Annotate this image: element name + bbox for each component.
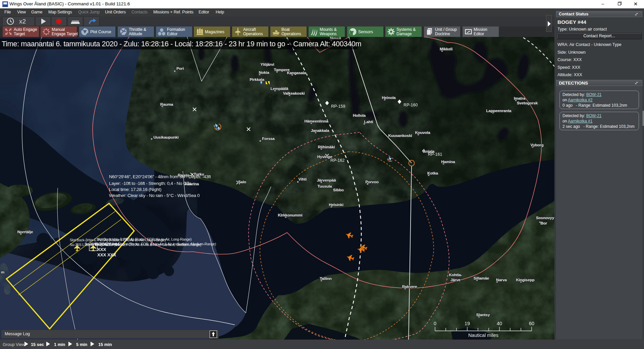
svg-text:19: 19 — [465, 321, 470, 326]
svg-text:Slot Back Irbis-E PESA) (Radar: Slot Back Irbis-E PESA) (Radar, FCR, Air… — [97, 237, 192, 241]
svg-text:Time: maanantai 6. tammikuuta: Time: maanantai 6. tammikuuta 2020 - Zul… — [2, 40, 361, 48]
svg-text:RP-161: RP-161 — [428, 152, 442, 157]
svg-text:Hollola: Hollola — [353, 113, 366, 118]
svg-text:Svetogorsk: Svetogorsk — [517, 101, 538, 105]
svg-text:Heinola: Heinola — [382, 95, 396, 100]
svg-text:RP-159: RP-159 — [331, 104, 345, 109]
svg-text:Valkeakoski: Valkeakoski — [283, 91, 305, 96]
svg-text:Pori: Pori — [176, 66, 184, 71]
svg-text:Lempäälä: Lempäälä — [271, 86, 288, 91]
svg-text:Kotka: Kotka — [427, 171, 438, 176]
svg-text:Sibbo: Sibbo — [333, 188, 344, 192]
svg-text:Mikkeli: Mikkeli — [440, 47, 452, 51]
svg-text:Imatra: Imatra — [514, 96, 526, 101]
svg-text:Kangasala: Kangasala — [287, 70, 306, 75]
svg-text:Hamina: Hamina — [441, 159, 455, 164]
svg-text:BOGEY #44: BOGEY #44 — [95, 242, 120, 247]
svg-text:Kuusankoski: Kuusankoski — [388, 133, 412, 138]
svg-text:Porvoo: Porvoo — [365, 180, 378, 184]
svg-text:0: 0 — [434, 321, 436, 326]
svg-text:Hämeenlinna: Hämeenlinna — [304, 119, 328, 123]
svg-text:Vihti: Vihti — [299, 177, 307, 182]
svg-text:Weather: Clear sky - No rain -: Weather: Clear sky - No rain - 5°C - Win… — [109, 193, 200, 198]
svg-text:Bor: Bor — [540, 221, 547, 226]
svg-text:Nokia: Nokia — [259, 70, 269, 75]
svg-text:Lappeenranta: Lappeenranta — [486, 108, 512, 113]
svg-text:Kingisepp: Kingisepp — [516, 278, 534, 282]
svg-text:Rakvere: Rakvere — [402, 284, 417, 289]
svg-text:Kirkkonummi: Kirkkonummi — [278, 213, 302, 217]
svg-text:40: 40 — [497, 321, 502, 326]
svg-text:Tuusula: Tuusula — [318, 184, 332, 189]
svg-text:m: m — [1, 270, 4, 275]
svg-text:XXX XXX: XXX XXX — [97, 252, 116, 257]
svg-text:RP-160: RP-160 — [404, 103, 418, 107]
svg-text:Järvenpää: Järvenpää — [317, 178, 336, 183]
svg-text:Riihimäki: Riihimäki — [318, 145, 335, 149]
svg-text:Järve: Järve — [450, 278, 461, 282]
svg-text:RP-162: RP-162 — [330, 158, 344, 163]
svg-text:Narva: Narva — [496, 278, 507, 282]
svg-text:Slantsy: Slantsy — [476, 312, 490, 317]
svg-text:Kouvola: Kouvola — [415, 130, 430, 135]
svg-text:Local time: 17.28.16 (Night): Local time: 17.28.16 (Night) — [109, 187, 161, 192]
svg-text:Pirkkala: Pirkkala — [250, 77, 264, 82]
svg-text:60: 60 — [529, 321, 534, 326]
svg-text:Nautical miles: Nautical miles — [468, 333, 498, 338]
svg-text:N60°29'46", E20°24'06" - 48nm: N60°29'46", E20°24'06" - 48nm from sel -… — [109, 174, 211, 179]
svg-text:Ylöjärvi: Ylöjärvi — [260, 62, 274, 67]
svg-text:Janakkala: Janakkala — [311, 128, 329, 133]
svg-text:Sillamäe: Sillamäe — [474, 276, 489, 281]
svg-text:Tallinn: Tallinn — [320, 276, 332, 281]
svg-text:Vyborg: Vyborg — [530, 143, 543, 147]
svg-text:Sosnovyy: Sosnovyy — [536, 215, 554, 220]
svg-text:Uusikaupunki: Uusikaupunki — [154, 135, 179, 140]
svg-text:Rauma: Rauma — [160, 102, 173, 107]
svg-text:Norrtälje: Norrtälje — [17, 230, 33, 234]
svg-text:Forssa: Forssa — [262, 136, 275, 141]
svg-text:XXX: XXX — [97, 247, 106, 252]
svg-text:Helsinki: Helsinki — [329, 202, 343, 207]
svg-text:Lahti: Lahti — [364, 119, 373, 124]
svg-text:Salo: Salo — [238, 180, 246, 184]
svg-text:Kohtla-: Kohtla- — [449, 272, 462, 277]
svg-text:Layer: -10ft to -16ft - Streng: Layer: -10ft to -16ft - Strength: 0,4 - … — [109, 181, 192, 186]
svg-text:x2: x2 — [19, 18, 26, 25]
